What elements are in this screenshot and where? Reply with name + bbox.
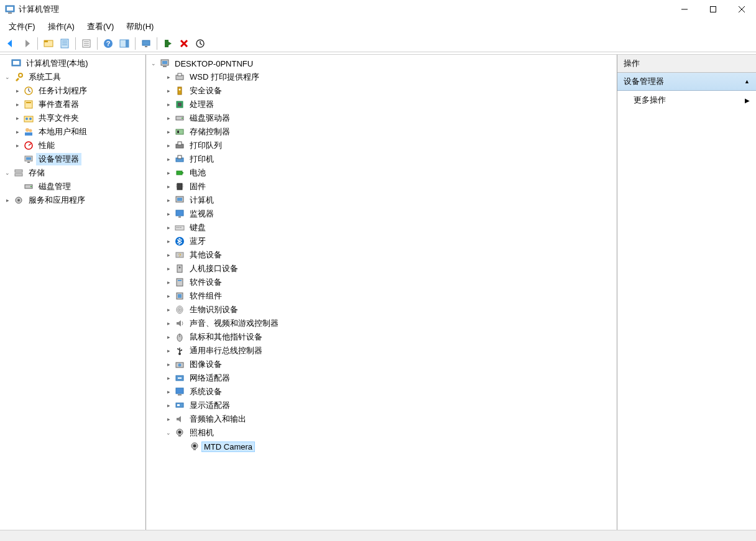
expand-icon[interactable]: ▸ (12, 101, 22, 108)
update-driver-button[interactable] (193, 36, 208, 51)
expand-icon[interactable]: ▸ (164, 74, 173, 80)
expand-icon[interactable]: ▸ (12, 88, 22, 94)
device-category-usb[interactable]: ▸通用串行总线控制器 (146, 344, 617, 358)
tree-root-computer-management[interactable]: ▸ 计算机管理(本地) (0, 57, 145, 70)
device-category-network[interactable]: ▸网络适配器 (146, 371, 617, 385)
expand-icon[interactable]: ▸ (164, 224, 173, 231)
device-category-cameras[interactable]: ⌄照相机 (146, 426, 617, 440)
device-category-print-queues[interactable]: ▸打印队列 (146, 139, 617, 152)
expand-icon[interactable]: ▸ (164, 279, 173, 285)
action-more[interactable]: 更多操作 ▶ (617, 91, 756, 109)
expand-icon[interactable]: ▸ (164, 211, 173, 217)
expand-icon[interactable]: ▸ (12, 115, 22, 121)
expand-icon[interactable]: ▸ (164, 389, 173, 395)
device-tree[interactable]: ⌄ DESKTOP-0PNTNFU ▸WSD 打印提供程序 ▸安全设备 ▸处理器… (145, 55, 617, 530)
enable-device-button[interactable] (160, 36, 175, 51)
device-category-processors[interactable]: ▸处理器 (146, 98, 617, 111)
device-category-hid[interactable]: ▸人机接口设备 (146, 262, 617, 275)
expand-icon[interactable]: ▸ (164, 320, 173, 326)
minimize-button[interactable] (670, 0, 699, 19)
device-category-bluetooth[interactable]: ▸蓝牙 (146, 234, 617, 248)
expand-icon[interactable]: ▸ (164, 129, 173, 135)
device-root[interactable]: ⌄ DESKTOP-0PNTNFU (146, 57, 617, 70)
device-category-firmware[interactable]: ▸固件 (146, 180, 617, 193)
show-hide-tree-button[interactable] (41, 36, 56, 51)
expand-icon[interactable]: ▸ (164, 334, 173, 340)
device-category-imaging[interactable]: ▸图像设备 (146, 358, 617, 371)
maximize-button[interactable] (699, 0, 727, 19)
expand-icon[interactable]: ▸ (164, 252, 173, 258)
uninstall-device-button[interactable] (177, 36, 191, 51)
menu-action[interactable]: 操作(A) (42, 19, 81, 34)
device-category-batteries[interactable]: ▸电池 (146, 166, 617, 180)
expand-icon[interactable]: ▸ (12, 142, 22, 149)
device-category-computer[interactable]: ▸计算机 (146, 193, 617, 207)
expand-icon[interactable]: ▸ (164, 101, 173, 108)
expand-icon[interactable]: ▸ (164, 307, 173, 313)
properties-button[interactable] (57, 36, 72, 51)
tree-item-performance[interactable]: ▸ 性能 (0, 139, 145, 152)
expand-icon[interactable]: ▸ (164, 238, 173, 244)
scan-hardware-button[interactable] (139, 36, 154, 51)
menu-help[interactable]: 帮助(H) (120, 19, 160, 34)
device-category-wsd[interactable]: ▸WSD 打印提供程序 (146, 70, 617, 84)
actions-section-device-manager[interactable]: 设备管理器 ▲ (617, 73, 756, 91)
device-category-sound[interactable]: ▸声音、视频和游戏控制器 (146, 317, 617, 330)
device-category-display[interactable]: ▸显示适配器 (146, 399, 617, 412)
tree-item-storage[interactable]: ⌄ 存储 (0, 166, 145, 180)
tree-item-task-scheduler[interactable]: ▸ 任务计划程序 (0, 84, 145, 98)
expand-icon[interactable]: ▸ (164, 183, 173, 190)
device-category-keyboards[interactable]: ▸键盘 (146, 221, 617, 234)
tree-item-services-apps[interactable]: ▸ 服务和应用程序 (0, 193, 145, 207)
device-category-security[interactable]: ▸安全设备 (146, 84, 617, 98)
collapse-icon[interactable]: ⌄ (2, 170, 12, 176)
tree-item-device-manager[interactable]: ▸ 设备管理器 (0, 152, 145, 166)
collapse-icon[interactable]: ⌄ (2, 74, 12, 80)
device-category-audio-io[interactable]: ▸音频输入和输出 (146, 412, 617, 426)
device-item-mtd-camera[interactable]: ▸MTD Camera (146, 440, 617, 453)
tree-item-disk-management[interactable]: ▸ 磁盘管理 (0, 180, 145, 193)
expand-icon[interactable]: ▸ (164, 348, 173, 354)
device-category-biometric[interactable]: ▸生物识别设备 (146, 303, 617, 317)
tree-label: 设备管理器 (36, 153, 81, 165)
collapse-icon[interactable]: ⌄ (149, 60, 159, 67)
close-button[interactable] (727, 0, 756, 19)
device-category-other[interactable]: ▸?其他设备 (146, 248, 617, 262)
expand-icon[interactable]: ▸ (164, 156, 173, 162)
help-button[interactable]: ? (101, 36, 116, 51)
expand-icon[interactable]: ▸ (164, 88, 173, 94)
device-category-disk-drives[interactable]: ▸磁盘驱动器 (146, 111, 617, 125)
expand-icon[interactable]: ▸ (164, 402, 173, 409)
svg-rect-52 (163, 66, 167, 67)
device-category-system-devices[interactable]: ▸系统设备 (146, 385, 617, 399)
tree-item-local-users[interactable]: ▸ 本地用户和组 (0, 125, 145, 139)
tree-item-shared-folders[interactable]: ▸ 共享文件夹 (0, 111, 145, 125)
expand-icon[interactable]: ▸ (12, 129, 22, 135)
action-pane-button[interactable] (117, 36, 132, 51)
expand-icon[interactable]: ▸ (164, 361, 173, 368)
nav-back-button[interactable] (3, 36, 18, 51)
device-category-software-devices[interactable]: ▸软件设备 (146, 275, 617, 289)
expand-icon[interactable]: ▸ (164, 197, 173, 203)
expand-icon[interactable]: ▸ (164, 293, 173, 299)
expand-icon[interactable]: ▸ (164, 266, 173, 272)
menu-view[interactable]: 查看(V) (81, 19, 120, 34)
expand-icon[interactable]: ▸ (164, 170, 173, 176)
device-category-printers[interactable]: ▸打印机 (146, 152, 617, 166)
expand-icon[interactable]: ▸ (164, 375, 173, 381)
expand-icon[interactable]: ▸ (164, 416, 173, 422)
expand-icon[interactable]: ▸ (2, 197, 12, 203)
tree-item-system-tools[interactable]: ⌄ 系统工具 (0, 70, 145, 84)
menu-file[interactable]: 文件(F) (2, 19, 42, 34)
device-category-monitors[interactable]: ▸监视器 (146, 207, 617, 221)
expand-icon[interactable]: ▸ (164, 115, 173, 121)
device-category-mice[interactable]: ▸鼠标和其他指针设备 (146, 330, 617, 344)
device-category-storage-controllers[interactable]: ▸存储控制器 (146, 125, 617, 139)
nav-forward-button[interactable] (19, 36, 34, 51)
console-tree[interactable]: ▸ 计算机管理(本地) ⌄ 系统工具 ▸ 任务计划程序 ▸ 事件查看器 ▸ (0, 55, 145, 530)
export-list-button[interactable] (79, 36, 94, 51)
expand-icon[interactable]: ▸ (164, 142, 173, 149)
collapse-icon[interactable]: ⌄ (164, 430, 173, 436)
tree-item-event-viewer[interactable]: ▸ 事件查看器 (0, 98, 145, 111)
device-category-software-components[interactable]: ▸软件组件 (146, 289, 617, 303)
